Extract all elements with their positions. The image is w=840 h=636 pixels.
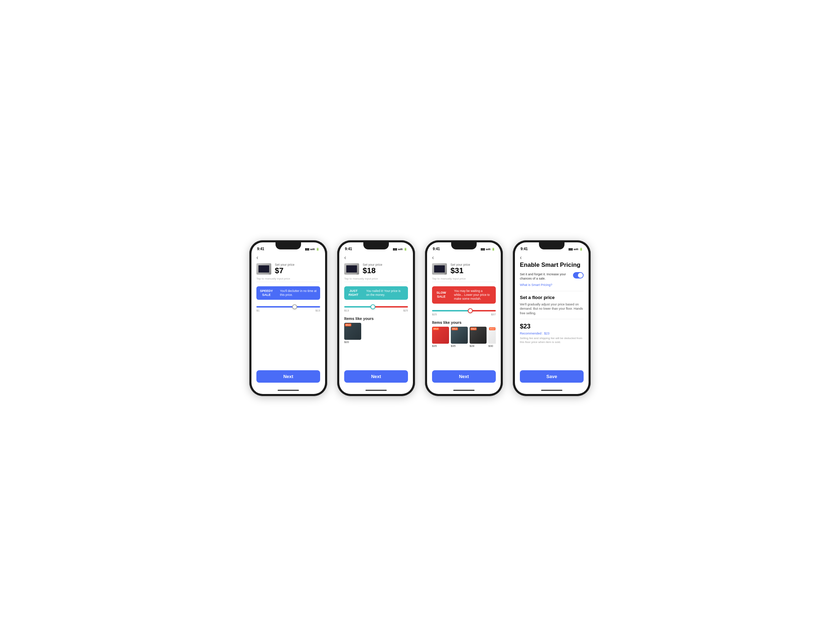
slider-left-1: $1	[256, 309, 260, 312]
wifi-icon-2: wifi	[398, 248, 403, 251]
divider-2	[520, 319, 584, 319]
save-button[interactable]: Save	[520, 370, 584, 383]
status-time-3: 9:41	[433, 247, 440, 251]
phone2-wrapper: 9:41 ▮▮▮ wifi 🔋 ‹ Set your price	[337, 240, 415, 396]
price-info-1: Set your price $7	[275, 263, 320, 275]
item-price-3-0: $35	[432, 344, 437, 348]
home-bar-3	[453, 390, 475, 391]
back-button-3[interactable]: ‹	[427, 252, 501, 261]
list-item: SOLD $30	[488, 327, 496, 348]
home-indicator-3	[427, 388, 501, 394]
phone4: 9:41 ▮▮▮ wifi 🔋 ‹ Enable Smart Pricing S…	[513, 240, 591, 396]
slider-labels-3: $25 $37	[432, 313, 496, 316]
badge-row-3: SLOWSALE You may be waiting a while... L…	[432, 286, 496, 304]
list-item: SOLD $35	[451, 327, 468, 348]
badge-label-speedy: SPEEDYSALE	[256, 286, 276, 300]
slider-track-3[interactable]	[432, 310, 496, 312]
notch3	[451, 242, 477, 250]
items-section-3: Items like yours SOLD $35 SOLD	[427, 318, 501, 370]
phone1-wrapper: 9:41 ▮▮▮ wifi 🔋 ‹ Set your price	[249, 240, 327, 396]
screen2-content: ‹ Set your price $18 Tap to manually inp…	[339, 252, 413, 388]
wifi-icon-3: wifi	[486, 248, 491, 251]
divider-1	[520, 291, 584, 291]
item-image-3-0: SOLD	[432, 327, 449, 344]
screen3-content: ‹ Set your price $31 Tap to manually inp…	[427, 252, 501, 388]
slider-labels-2: $13 $25	[344, 309, 408, 312]
home-indicator-4	[515, 388, 589, 394]
product-image-2	[344, 263, 359, 275]
status-time-2: 9:41	[345, 247, 352, 251]
slider-section-2: $13 $25	[339, 301, 413, 313]
next-button-3[interactable]: Next	[432, 370, 496, 383]
smart-desc: Set it and forget it. Increase your chan…	[520, 272, 570, 281]
slider-section-1: $1 $13	[251, 301, 325, 313]
price-value-3: $31	[450, 266, 496, 275]
back-button-1[interactable]: ‹	[251, 252, 325, 261]
floor-price-desc: We'll gradually adjust your price based …	[520, 302, 584, 316]
sold-badge: SOLD	[452, 327, 458, 330]
tap-manual-1[interactable]: Tap to manually input price	[256, 277, 320, 282]
notch4	[539, 242, 564, 250]
battery-icon-3: 🔋	[491, 248, 495, 251]
list-item: SOLD $28	[470, 327, 486, 348]
what-is-smart-link[interactable]: What is Smart Pricing?	[520, 283, 584, 286]
back-button-2[interactable]: ‹	[339, 252, 413, 261]
price-info-3: Set your price $31	[450, 263, 496, 275]
sold-badge: SOLD	[470, 327, 477, 330]
badge-section-2: JUSTRIGHT You nailed it! Your price is o…	[339, 283, 413, 301]
notch2	[363, 242, 389, 250]
selling-note: Selling fee and shipping fee will be ded…	[520, 337, 584, 344]
product-image-3	[432, 263, 447, 275]
badge-section-1: SPEEDYSALE You'll declutter in no time a…	[251, 283, 325, 301]
set-price-label-3: Set your price	[450, 263, 496, 266]
phone3-wrapper: 9:41 ▮▮▮ wifi 🔋 ‹ Set your price	[425, 240, 503, 396]
wifi-icon: wifi	[310, 248, 315, 251]
smart-pricing-toggle[interactable]	[573, 272, 584, 278]
item-price-2-0: $20	[344, 340, 349, 344]
recommended-label: Recommended : $23	[520, 332, 584, 335]
status-time-1: 9:41	[257, 247, 264, 251]
phones-container: 9:41 ▮▮▮ wifi 🔋 ‹ Set your price	[249, 240, 591, 396]
slider-track-1[interactable]	[256, 306, 320, 307]
item-price-3-2: $28	[470, 344, 474, 348]
slider-thumb-2[interactable]	[370, 304, 375, 309]
item-image-2-0: SOLD	[344, 323, 361, 340]
phone4-wrapper: 9:41 ▮▮▮ wifi 🔋 ‹ Enable Smart Pricing S…	[513, 240, 591, 396]
status-icons-4: ▮▮▮ wifi 🔋	[568, 248, 583, 251]
floor-price-value[interactable]: $23	[520, 323, 584, 330]
next-button-1[interactable]: Next	[256, 370, 320, 383]
smart-pricing-title: Enable Smart Pricing	[520, 261, 584, 269]
tap-manual-3[interactable]: Tap to manually input price	[432, 277, 496, 282]
item-price-3-1: $35	[451, 344, 455, 348]
floor-price-title: Set a floor price	[520, 295, 584, 300]
slider-labels-1: $1 $13	[256, 309, 320, 312]
slider-right-2: $25	[403, 309, 408, 312]
price-info-2: Set your price $18	[363, 263, 408, 275]
smart-screen: Enable Smart Pricing Set it and forget i…	[515, 261, 589, 370]
badge-row-1: SPEEDYSALE You'll declutter in no time a…	[256, 286, 320, 300]
slider-left-2: $13	[344, 309, 349, 312]
next-button-2[interactable]: Next	[344, 370, 408, 383]
phone2: 9:41 ▮▮▮ wifi 🔋 ‹ Set your price	[337, 240, 415, 396]
slider-thumb-3[interactable]	[468, 308, 473, 313]
item-price-3-3: $30	[488, 344, 493, 348]
set-price-label-2: Set your price	[363, 263, 408, 266]
home-indicator-2	[339, 388, 413, 394]
slider-track-2[interactable]	[344, 306, 408, 307]
slider-thumb-1[interactable]	[292, 304, 297, 309]
battery-icon-4: 🔋	[579, 248, 583, 251]
back-button-4[interactable]: ‹	[515, 252, 589, 261]
notch1	[276, 242, 301, 250]
signal-icon-4: ▮▮▮	[568, 248, 573, 251]
home-bar-4	[541, 390, 562, 391]
slider-right-3: $37	[491, 313, 496, 316]
tap-manual-2[interactable]: Tap to manually input price	[344, 277, 408, 282]
slider-section-3: $25 $37	[427, 305, 501, 318]
badge-label-just: JUSTRIGHT	[344, 286, 363, 300]
signal-icon: ▮▮▮	[305, 248, 309, 251]
items-title-2: Items like yours	[344, 316, 408, 321]
status-icons-1: ▮▮▮ wifi 🔋	[305, 248, 319, 251]
wifi-icon-4: wifi	[574, 248, 578, 251]
badge-text-just: You nailed it! Your price is on the mone…	[363, 286, 408, 300]
product-image-1	[256, 263, 271, 275]
